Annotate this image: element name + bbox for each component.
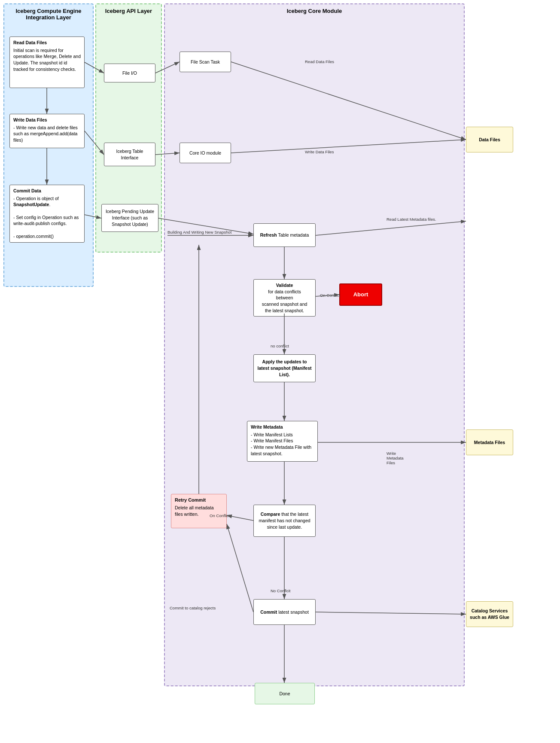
- data-files-box: Data Files: [466, 127, 513, 152]
- no-conflict2-arrow-label: No Conflcit: [271, 588, 290, 593]
- building-arrow-label: Building And Writing New Snapshot: [167, 230, 231, 234]
- file-scan-task-box: File Scan Task: [180, 52, 231, 72]
- read-data-files-arrow-label: Read Data Files: [305, 59, 334, 64]
- file-io-label: File I/O: [122, 70, 137, 76]
- catalog-label: Catalog Services such as AWS Glue: [470, 608, 509, 620]
- table-interface-box: Iceberg Table Interface: [104, 143, 155, 166]
- refresh-metadata-label: Refresh Table metadata: [260, 232, 309, 238]
- file-scan-task-label: File Scan Task: [191, 59, 220, 65]
- catalog-box: Catalog Services such as AWS Glue: [466, 601, 513, 627]
- diagram-container: Iceberg Compute Engine Integration Layer…: [0, 0, 560, 743]
- compare-box: Compare that the latest manifest has not…: [253, 505, 316, 537]
- metadata-files-label: Metadata Files: [474, 439, 505, 446]
- retry-commit-box: Retry Commit Delete all metadata files w…: [171, 494, 227, 528]
- compute-layer-title: Iceberg Compute Engine Integration Layer: [4, 8, 93, 21]
- write-meta-arrow-label: WriteMetadataFiles: [387, 451, 404, 465]
- on-conflict-arrow-label: On Conflict: [320, 293, 340, 298]
- write-data-files-body: - Write new data and delete files such a…: [13, 125, 78, 143]
- commit-rejects-arrow-label: Commit to catalog rejects: [170, 606, 216, 610]
- commit-data-title: Commit Data: [13, 188, 81, 194]
- core-layer-title: Iceberg Core Module: [165, 8, 464, 14]
- write-data-files-box: Write Data Files - Write new data and de…: [9, 114, 85, 148]
- done-box: Done: [255, 683, 315, 704]
- commit-data-body: - Operation is object of SnapshotUpdate.…: [13, 196, 79, 239]
- metadata-files-box: Metadata Files: [466, 429, 513, 455]
- commit-snapshot-box: Commit latest snapshot: [253, 599, 316, 625]
- core-io-box: Core IO module: [180, 143, 231, 163]
- on-conflict2-arrow-label: On Conflict: [210, 513, 230, 518]
- commit-data-box: Commit Data - Operation is object of Sna…: [9, 185, 85, 243]
- read-data-files-box: Read Data Files Initial scan is required…: [9, 37, 85, 88]
- refresh-metadata-box: Refresh Table metadata: [253, 223, 316, 247]
- read-meta-arrow-label: Read Latest Metadata files.: [387, 217, 436, 222]
- api-layer-title: Iceberg API Layer: [96, 8, 161, 14]
- write-metadata-body: - Write Manifest Lists- Write Manifest F…: [251, 432, 311, 456]
- pending-update-box: Iceberg Pending Update Interface (such a…: [101, 204, 158, 232]
- commit-snapshot-label: Commit latest snapshot: [260, 609, 309, 615]
- abort-box: Abort: [339, 283, 382, 306]
- no-conflict-arrow-label: no conflict: [271, 344, 289, 348]
- data-files-label: Data Files: [479, 137, 500, 143]
- validate-label: Validatefor data conflictsbetweenscanned…: [262, 282, 307, 314]
- apply-updates-label: Apply the updates to latest snapshot (Ma…: [257, 359, 312, 378]
- abort-label: Abort: [353, 291, 368, 298]
- retry-commit-body: Delete all metadata files written.: [175, 505, 213, 517]
- retry-commit-title: Retry Commit: [175, 497, 223, 503]
- read-data-files-body: Initial scan is required for operations …: [13, 48, 81, 72]
- core-io-label: Core IO module: [189, 150, 221, 156]
- read-data-files-title: Read Data Files: [13, 40, 81, 46]
- file-io-box: File I/O: [104, 64, 155, 82]
- apply-updates-box: Apply the updates to latest snapshot (Ma…: [253, 354, 316, 382]
- validate-box: Validatefor data conflictsbetweenscanned…: [253, 279, 316, 317]
- compare-label: Compare that the latest manifest has not…: [257, 511, 312, 530]
- pending-update-label: Iceberg Pending Update Interface (such a…: [105, 208, 155, 227]
- write-data-files-arrow-label: Write Data Files: [305, 149, 334, 154]
- table-interface-label: Iceberg Table Interface: [108, 148, 152, 161]
- write-data-files-title: Write Data Files: [13, 117, 81, 123]
- core-module-layer: Iceberg Core Module: [164, 3, 465, 686]
- done-label: Done: [279, 691, 290, 697]
- write-metadata-title: Write Metadata: [251, 424, 314, 430]
- write-metadata-box: Write Metadata - Write Manifest Lists- W…: [247, 421, 318, 462]
